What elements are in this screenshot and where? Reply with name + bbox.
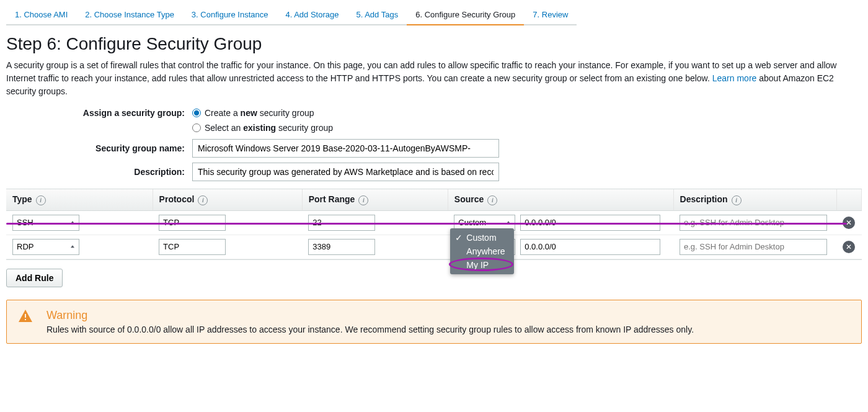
table-row: RDP Custom Custom Anywhere My IP <box>6 235 862 259</box>
assign-sg-label: Assign a security group: <box>6 108 192 118</box>
add-rule-button[interactable]: Add Rule <box>6 269 63 287</box>
rule-desc-input[interactable] <box>680 215 827 231</box>
tab-review[interactable]: 7. Review <box>524 6 577 25</box>
remove-rule-button[interactable]: ✕ <box>843 217 855 229</box>
radio-select-existing-sg[interactable]: Select an existing security group <box>192 123 333 133</box>
col-port: Port Rangei <box>302 189 448 210</box>
info-icon[interactable]: i <box>358 195 368 205</box>
rule-port-input <box>308 215 375 231</box>
tab-configure-security-group[interactable]: 6. Configure Security Group <box>407 6 524 25</box>
rule-type-select[interactable]: RDP <box>12 239 79 255</box>
rules-table: Typei Protocoli Port Rangei Sourcei Desc… <box>6 189 862 260</box>
dropdown-option-custom[interactable]: Custom <box>450 231 513 244</box>
sg-name-input[interactable] <box>192 139 499 158</box>
col-source: Sourcei <box>448 189 673 210</box>
info-icon[interactable]: i <box>198 195 208 205</box>
col-type: Typei <box>6 189 153 210</box>
tab-configure-instance[interactable]: 3. Configure Instance <box>183 6 277 25</box>
radio-create-new-sg[interactable]: Create a new security group <box>192 108 314 118</box>
dropdown-option-my-ip[interactable]: My IP <box>450 258 513 272</box>
tab-choose-ami[interactable]: 1. Choose AMI <box>6 6 76 25</box>
info-icon[interactable]: i <box>732 195 742 205</box>
sg-desc-label: Description: <box>6 167 192 177</box>
tab-add-storage[interactable]: 4. Add Storage <box>277 6 347 25</box>
svg-rect-0 <box>25 314 26 318</box>
svg-rect-1 <box>25 319 26 320</box>
info-icon[interactable]: i <box>487 195 497 205</box>
source-dropdown-menu: Custom Anywhere My IP <box>450 228 513 274</box>
col-protocol: Protocoli <box>153 189 302 210</box>
rule-desc-input[interactable] <box>680 239 827 255</box>
page-description: A security group is a set of firewall ru… <box>6 59 862 98</box>
rule-protocol-input <box>159 215 226 231</box>
table-row: SSH Custom ✕ <box>6 210 862 235</box>
rule-source-cidr-input[interactable] <box>520 215 660 231</box>
col-description: Descriptioni <box>673 189 836 210</box>
rule-type-select[interactable]: SSH <box>12 215 79 231</box>
sg-desc-input[interactable] <box>192 163 499 181</box>
info-icon[interactable]: i <box>36 195 46 205</box>
tab-choose-instance-type[interactable]: 2. Choose Instance Type <box>76 6 183 25</box>
warning-text: Rules with source of 0.0.0.0/0 allow all… <box>46 325 694 334</box>
warning-box: Warning Rules with source of 0.0.0.0/0 a… <box>6 300 862 344</box>
dropdown-option-anywhere[interactable]: Anywhere <box>450 244 513 258</box>
rule-protocol-input <box>159 239 226 255</box>
rule-source-cidr-input[interactable] <box>520 239 660 255</box>
page-title: Step 6: Configure Security Group <box>6 34 862 54</box>
wizard-tabs: 1. Choose AMI 2. Choose Instance Type 3.… <box>6 6 862 25</box>
radio-select-existing-sg-input[interactable] <box>192 123 201 132</box>
sg-name-label: Security group name: <box>6 143 192 153</box>
radio-create-new-sg-input[interactable] <box>192 109 201 117</box>
rule-port-input <box>308 239 375 255</box>
tab-add-tags[interactable]: 5. Add Tags <box>347 6 407 25</box>
warning-icon <box>18 309 33 334</box>
warning-title: Warning <box>46 309 694 322</box>
remove-rule-button[interactable]: ✕ <box>843 241 855 253</box>
learn-more-link[interactable]: Learn more <box>712 73 757 83</box>
